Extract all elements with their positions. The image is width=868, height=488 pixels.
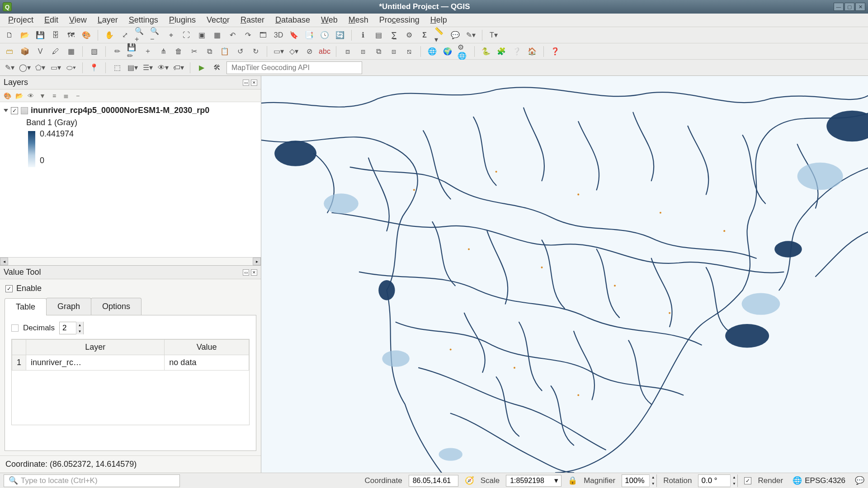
collapse-all-icon[interactable]: ≣: [61, 91, 71, 100]
temporal-button[interactable]: 🕓: [319, 29, 330, 41]
symbology-button[interactable]: ⬚: [111, 62, 123, 74]
menu-settings[interactable]: Settings: [124, 14, 163, 27]
delete-selected-button[interactable]: 🗑: [173, 46, 184, 57]
add-group-icon[interactable]: 📂: [14, 91, 24, 100]
layer-row[interactable]: ✓ inunriver_rcp4p5_00000NorESM1-M_2030_r…: [2, 105, 259, 116]
new-3d-view-button[interactable]: 3D: [273, 29, 284, 41]
layer-filter-button[interactable]: 🏷▾: [173, 62, 184, 74]
map-canvas[interactable]: [261, 76, 868, 473]
plugin-info-button[interactable]: ❔: [511, 46, 523, 57]
osm-settings-icon[interactable]: ⚙🌐: [457, 46, 469, 57]
select-expr-button[interactable]: ▤▾: [127, 62, 138, 74]
window-maximize-button[interactable]: ▢: [844, 3, 854, 11]
maptiler-geocoding-input[interactable]: [226, 61, 362, 74]
crs-button[interactable]: 🌐 EPSG:4326: [789, 474, 849, 487]
menu-mesh[interactable]: Mesh: [344, 14, 373, 27]
zoom-last-button[interactable]: ↶: [226, 29, 238, 41]
pan-to-selection-button[interactable]: ⤢: [119, 29, 131, 41]
decimals-down-icon[interactable]: ▼: [76, 328, 83, 334]
snap3-button[interactable]: ⧉: [373, 46, 384, 57]
annotation-button[interactable]: ✎▾: [465, 29, 476, 41]
menu-project[interactable]: Project: [4, 14, 38, 27]
python-console-button[interactable]: 🐍: [480, 46, 492, 57]
menu-web[interactable]: Web: [316, 14, 342, 27]
digitize-ellipse-button[interactable]: ⬭▾: [65, 62, 77, 74]
rotation-up-icon[interactable]: ▲: [730, 474, 737, 481]
rotation-down-icon[interactable]: ▼: [730, 481, 737, 487]
menu-help[interactable]: Help: [426, 14, 452, 27]
snap-button[interactable]: ⧈: [342, 46, 354, 57]
value-tool-close-button[interactable]: ✕: [251, 269, 257, 276]
open-project-button[interactable]: 📂: [19, 29, 31, 41]
value-tool-undock-button[interactable]: ▭: [243, 269, 249, 276]
osm-search-icon[interactable]: 🌐: [426, 46, 438, 57]
vertex-tool-button[interactable]: ⋔: [157, 46, 169, 57]
zoom-in-button[interactable]: 🔍+: [134, 29, 146, 41]
style-manager-button[interactable]: 🎨: [80, 29, 92, 41]
menu-raster[interactable]: Raster: [236, 14, 269, 27]
locator-input[interactable]: 🔍 Type to locate (Ctrl+K): [4, 474, 180, 487]
help-button[interactable]: ❓: [549, 46, 561, 57]
expand-all-icon[interactable]: ≡: [50, 91, 59, 100]
field-calc-button[interactable]: ∑̲: [388, 29, 400, 41]
extents-toggle-icon[interactable]: 🧭: [465, 476, 474, 485]
processing-toolbox-button[interactable]: ⚙: [403, 29, 415, 41]
refresh-button[interactable]: 🔄: [334, 29, 346, 41]
table-row[interactable]: 1 inunriver_rc… no data: [12, 355, 249, 371]
remove-layer-icon[interactable]: −: [73, 91, 82, 100]
layer-visibility-button[interactable]: 👁▾: [157, 62, 169, 74]
plugin-home-button[interactable]: 🏠: [526, 46, 538, 57]
render-checkbox[interactable]: ✓: [744, 477, 751, 484]
layer-visibility-checkbox[interactable]: ✓: [11, 107, 18, 114]
tab-options[interactable]: Options: [91, 298, 142, 315]
select-features-button[interactable]: ▭▾: [273, 46, 284, 57]
scale-dropdown-icon[interactable]: ▾: [552, 476, 561, 485]
statistics-button[interactable]: Σ: [419, 29, 430, 41]
open-table-button[interactable]: ▤: [373, 29, 384, 41]
digitize-curve-button[interactable]: ◯▾: [19, 62, 31, 74]
paste-features-button[interactable]: 📋: [219, 46, 231, 57]
window-close-button[interactable]: ✕: [855, 3, 865, 11]
layer-style-icon[interactable]: 🎨: [3, 91, 12, 100]
zoom-native-button[interactable]: ⌖: [165, 29, 177, 41]
window-minimize-button[interactable]: —: [834, 3, 844, 11]
new-geopackage-button[interactable]: 📦: [19, 46, 31, 57]
layers-tree[interactable]: ✓ inunriver_rcp4p5_00000NorESM1-M_2030_r…: [0, 102, 261, 257]
new-memory-layer-button[interactable]: ▧: [88, 46, 100, 57]
filter-legend-icon[interactable]: ▼: [38, 91, 47, 100]
sb-scale-input[interactable]: [506, 475, 552, 486]
measure-button[interactable]: 📏▾: [434, 29, 446, 41]
lock-scale-icon[interactable]: 🔒: [568, 476, 577, 485]
snap2-button[interactable]: ⧇: [357, 46, 369, 57]
pan-button[interactable]: ✋: [104, 29, 115, 41]
new-bookmark-button[interactable]: 🔖: [288, 29, 300, 41]
new-spatialite-button[interactable]: 🖊: [50, 46, 61, 57]
magnifier-up-icon[interactable]: ▲: [649, 474, 656, 481]
show-bookmarks-button[interactable]: 📑: [303, 29, 315, 41]
sb-magnifier-spinner[interactable]: ▲▼: [622, 474, 657, 487]
ground-control-button[interactable]: 📍: [88, 62, 100, 74]
snap5-button[interactable]: ⧅: [403, 46, 415, 57]
new-map-view-button[interactable]: 🗔: [257, 29, 269, 41]
layer-name[interactable]: inunriver_rcp4p5_00000NorESM1-M_2030_rp0: [31, 106, 257, 115]
digitize-shape-button[interactable]: ✎▾: [4, 62, 15, 74]
undo-button[interactable]: ↺: [234, 46, 246, 57]
maptips-button[interactable]: 💬: [449, 29, 461, 41]
select-by-value-button[interactable]: ◇▾: [288, 46, 300, 57]
save-edits-button[interactable]: 💾✏: [127, 46, 138, 57]
menu-layer[interactable]: Layer: [93, 14, 123, 27]
redo-button[interactable]: ↻: [250, 46, 261, 57]
decimals-checkbox[interactable]: [11, 324, 19, 332]
snap4-button[interactable]: ⧆: [388, 46, 400, 57]
data-source-manager-button[interactable]: 🗃: [4, 46, 15, 57]
plugin-manager-button[interactable]: 🧩: [495, 46, 507, 57]
panel-undock-button[interactable]: ▭: [243, 80, 249, 86]
decimals-spinner[interactable]: ▲▼: [59, 322, 84, 334]
value-tool-enable-checkbox[interactable]: ✓: [5, 285, 13, 292]
sb-magnifier-input[interactable]: [622, 476, 649, 485]
osm-download-icon[interactable]: 🌍: [442, 46, 453, 57]
manage-themes-icon[interactable]: 👁: [26, 91, 35, 100]
print-layout-button[interactable]: 🗺: [65, 29, 77, 41]
menu-processing[interactable]: Processing: [375, 14, 424, 27]
toggle-editing-button[interactable]: ✏: [111, 46, 123, 57]
